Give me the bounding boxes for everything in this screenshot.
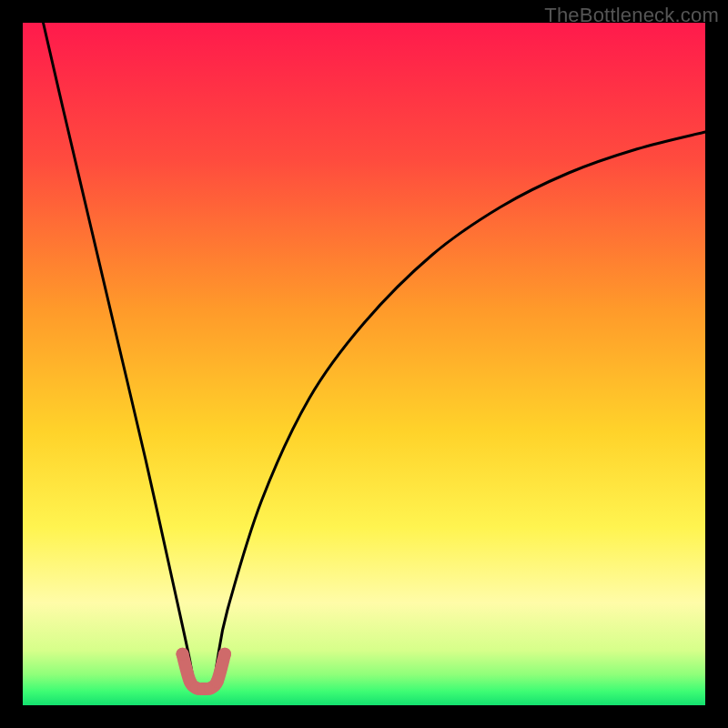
valley-dot bbox=[211, 675, 224, 688]
watermark-text: TheBottleneck.com bbox=[544, 4, 719, 27]
valley-dot bbox=[177, 648, 189, 661]
valley-dot bbox=[218, 648, 231, 661]
plot-area bbox=[23, 23, 705, 705]
bottleneck-curve bbox=[44, 23, 706, 689]
curve-layer bbox=[23, 23, 705, 705]
chart-frame: TheBottleneck.com bbox=[0, 0, 728, 728]
